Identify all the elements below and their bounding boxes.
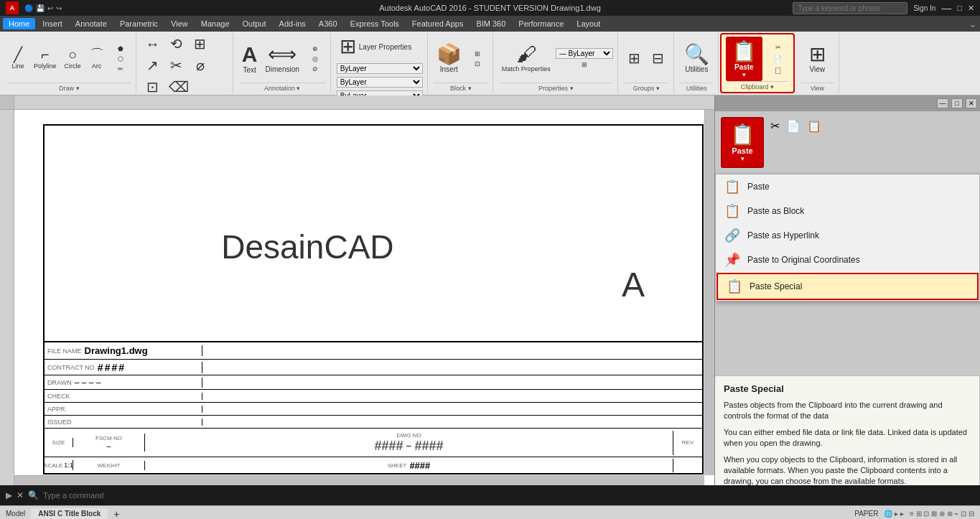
canvas-area[interactable]: DesainCAD A 2 1 FILE NAME Drawing1.dwg	[0, 95, 714, 485]
ribbon-btn-modify1[interactable]: ↔	[142, 34, 164, 54]
ribbon-btn-extra2[interactable]: ⬡	[110, 55, 131, 63]
maximize-button[interactable]: □	[957, 4, 962, 12]
statusbar-controls[interactable]: ≡ ⊞ ⊡ ⊠ ⊕ ⊗ ⌁ ⊡ ⊟	[910, 510, 974, 518]
line-icon: ╱	[14, 47, 22, 62]
ribbon-btn-text[interactable]: A Text	[239, 42, 261, 76]
dropdown-paste-original-label: Paste to Original Coordinates	[747, 255, 860, 265]
ribbon-btn-groups1[interactable]: ⊞	[624, 49, 645, 68]
panel-close-btn[interactable]: ✕	[966, 98, 977, 108]
paste-panel-arrow[interactable]: ▾	[741, 155, 745, 162]
close-button[interactable]: ✕	[968, 4, 974, 13]
minimize-button[interactable]: —	[941, 2, 951, 14]
menu-view[interactable]: View	[165, 18, 194, 29]
menu-layout[interactable]: Layout	[571, 18, 606, 29]
menu-annotate[interactable]: Annotate	[70, 18, 113, 29]
ribbon-btn-layer-properties[interactable]: ⊞ Layer Properties	[337, 34, 414, 60]
dropdown-paste-original[interactable]: 📌 Paste to Original Coordinates	[716, 248, 979, 272]
menu-insert[interactable]: Insert	[37, 18, 68, 29]
ribbon-btn-polyline[interactable]: ⌐ Polyline	[31, 45, 60, 72]
ribbon-btn-modify4[interactable]: ↗	[142, 56, 164, 75]
dropdown-paste-block[interactable]: 📋 Paste as Block	[716, 199, 979, 223]
ribbon-btn-extra3[interactable]: ✏	[110, 65, 131, 73]
menu-manage[interactable]: Manage	[195, 18, 235, 29]
menu-addins[interactable]: Add-ins	[274, 18, 312, 29]
menu-home[interactable]: Home	[3, 18, 35, 29]
panel-cut-btn[interactable]: ✂	[768, 117, 782, 135]
ribbon-toggle[interactable]: ⌄	[969, 18, 977, 29]
ribbon-btn-dimension[interactable]: ⟺ Dimension	[263, 42, 302, 75]
menu-a360[interactable]: A360	[313, 18, 343, 29]
window-title: Autodesk AutoCAD 2016 - STUDENT VERSION …	[379, 4, 601, 12]
menu-featured[interactable]: Featured Apps	[406, 18, 470, 29]
scroll-right[interactable]	[704, 110, 714, 475]
cmd-clear-btn[interactable]: ✕	[17, 490, 24, 500]
dropdown-paste-hyperlink[interactable]: 🔗 Paste as Hyperlink	[716, 223, 979, 248]
ribbon-btn-ann2[interactable]: ◎	[304, 55, 326, 63]
menu-express[interactable]: Express Tools	[345, 18, 405, 29]
ribbon-btn-clipboard-icon[interactable]: 📋	[767, 65, 789, 75]
ribbon-btn-extra1[interactable]: ⬟	[110, 45, 131, 53]
ribbon-btn-view[interactable]: ⊞ View	[806, 42, 829, 75]
clipboard-icon: 📋	[774, 67, 782, 74]
ribbon-btn-groups2[interactable]: ⊟	[648, 49, 669, 68]
dropdown-paste-special[interactable]: 📋 Paste Special	[717, 273, 979, 300]
cmd-icon-left: ▶	[6, 490, 12, 500]
layer-select[interactable]: ByLayer	[337, 63, 423, 74]
cmd-search-btn[interactable]: 🔍	[28, 490, 39, 500]
color-select[interactable]: ByLayer	[337, 77, 423, 88]
ribbon-btn-line[interactable]: ╱ Line	[7, 45, 29, 72]
panel-copy-btn[interactable]: 📄	[784, 117, 803, 135]
ribbon-btn-block1[interactable]: ⊞	[467, 50, 488, 58]
model-tab[interactable]: Model	[6, 510, 25, 518]
menu-bim360[interactable]: BIM 360	[470, 18, 511, 29]
ribbon-btn-circle[interactable]: ○ Circle	[62, 45, 84, 72]
ribbon-btn-modify6[interactable]: ⌀	[190, 56, 211, 75]
menu-performance[interactable]: Performance	[513, 18, 569, 29]
lineweight-select[interactable]: — ByLayer	[556, 48, 613, 59]
user-signin[interactable]: Sign In	[913, 4, 935, 12]
panel-minimize-btn[interactable]: —	[937, 98, 948, 108]
zoom-control[interactable]: 🌐 ▸ ▸	[884, 510, 904, 518]
title-bar: A 🔵 💾 ↩ ↪ Autodesk AutoCAD 2016 - STUDEN…	[0, 0, 980, 16]
weight-cell: WEIGHT	[73, 461, 145, 470]
clipboard-dropdown: 📋 Paste 📋 Paste as Block 🔗 Paste as Hype…	[715, 174, 980, 301]
menu-output[interactable]: Output	[237, 18, 272, 29]
issued-row: ISSUED	[45, 419, 202, 426]
paste-dropdown-arrow[interactable]: ▾	[742, 71, 746, 78]
dropdown-paste[interactable]: 📋 Paste	[716, 174, 979, 199]
panel-clipboard-btn[interactable]: 📋	[805, 117, 823, 135]
panel-restore-btn[interactable]: □	[951, 98, 963, 108]
dwgno-cell: DWG NO #### – ####	[145, 431, 673, 455]
dropdown-paste-special-icon: 📋	[727, 279, 742, 294]
rev-cell: REV	[673, 438, 702, 447]
ribbon-btn-match-properties[interactable]: 🖌 Match Properties	[499, 42, 554, 75]
add-tab-btn[interactable]: +	[113, 508, 119, 520]
keyword-search[interactable]	[793, 2, 907, 14]
size-cell: SIZE	[45, 438, 73, 447]
ribbon-btn-arc[interactable]: ⌒ Arc	[86, 45, 108, 72]
ribbon-btn-modify2[interactable]: ⟲	[166, 34, 187, 54]
menu-parametric[interactable]: Parametric	[114, 18, 164, 29]
ribbon-btn-modify8[interactable]: ⌫	[166, 78, 192, 97]
ribbon-btn-modify5[interactable]: ✂	[166, 56, 187, 75]
ribbon-btn-block2[interactable]: ⊡	[467, 60, 488, 68]
ribbon-btn-utilities[interactable]: 🔍 Utilities	[681, 42, 712, 75]
paste-panel-button[interactable]: 📋 Paste ▾	[721, 117, 764, 168]
command-input[interactable]	[43, 491, 974, 500]
paste-button[interactable]: 📋 Paste ▾	[726, 37, 762, 81]
ribbon-btn-ann1[interactable]: ⊕	[304, 45, 326, 53]
ribbon-btn-insert[interactable]: 📦 Insert	[434, 42, 465, 75]
ribbon-btn-prop2[interactable]: ⊞	[556, 60, 613, 69]
drawing-canvas[interactable]: DesainCAD A 2 1 FILE NAME Drawing1.dwg	[14, 110, 714, 485]
ribbon-btn-modify7[interactable]: ⊡	[142, 78, 164, 97]
scroll-bottom[interactable]	[14, 475, 704, 485]
ribbon-btn-copy[interactable]: 📄	[767, 54, 789, 64]
layout-tab[interactable]: ANSI C Title Block	[31, 508, 108, 519]
ribbon-btn-ann3[interactable]: ⊘	[304, 65, 326, 73]
ribbon-btn-modify3[interactable]: ⊞	[190, 34, 211, 54]
contract-value: ####	[98, 362, 126, 373]
check-row: CHECK	[45, 393, 202, 400]
ribbon-btn-circle-label: Circle	[65, 62, 81, 70]
cut-icon: ✂	[775, 44, 781, 51]
ribbon-btn-cut[interactable]: ✂	[767, 42, 789, 52]
